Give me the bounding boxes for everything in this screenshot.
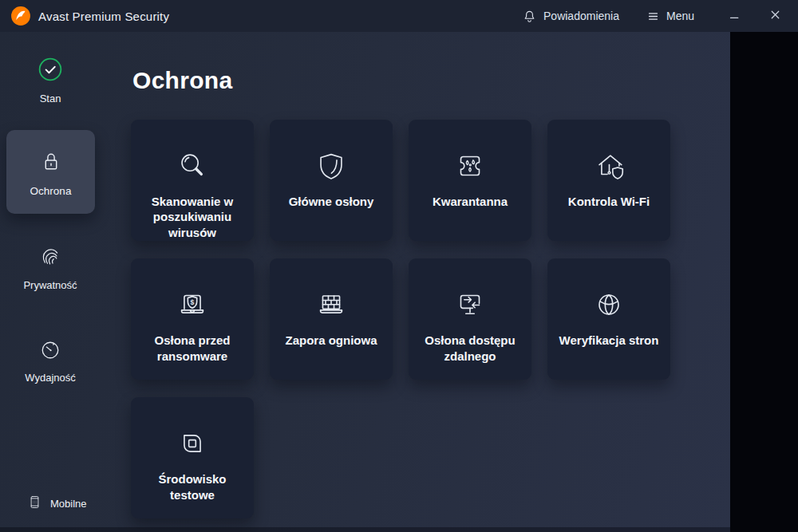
lock-icon (36, 147, 66, 180)
sidebar-item-mobilne[interactable]: Mobilne (26, 494, 87, 514)
titlebar-right: Powiadomienia Menu (520, 5, 798, 27)
quarantine-icon (452, 147, 488, 185)
notifications-button[interactable]: Powiadomienia (520, 6, 621, 27)
feature-card-label: Zapora ogniowa (275, 333, 386, 349)
shield-icon (313, 147, 350, 185)
firewall-icon (313, 286, 350, 324)
feature-card[interactable]: Weryfikacja stron (547, 258, 670, 380)
menu-button[interactable]: Menu (645, 6, 696, 26)
feature-card[interactable]: Zapora ogniowa (270, 258, 393, 380)
sandbox-icon (174, 424, 211, 463)
feature-card-label: Kontrola Wi-Fi (559, 194, 659, 210)
feature-card-label: Środowisko testowe (131, 471, 254, 503)
minimize-icon (728, 8, 741, 24)
close-button[interactable] (765, 5, 785, 27)
sidebar-item-prywatnosc[interactable]: Prywatność (0, 242, 101, 291)
status-check-icon (34, 53, 66, 89)
feature-card[interactable]: Osłona dostępu zdalnego (409, 258, 531, 380)
feature-card[interactable]: Skanowanie w poszukiwaniu wirusów (131, 120, 254, 241)
page-title: Ochrona (132, 67, 232, 94)
titlebar: Avast Premium Security Powiadomienia (0, 0, 798, 32)
search-icon (174, 147, 211, 185)
hamburger-icon (646, 10, 660, 23)
app-window: Avast Premium Security Powiadomienia (0, 0, 798, 532)
feature-card-label: Osłona przed ransomware (131, 333, 254, 365)
feature-card[interactable]: Kontrola Wi-Fi (547, 120, 670, 241)
sidebar-item-label: Mobilne (50, 498, 87, 510)
sidebar-item-label: Wydajność (25, 372, 75, 384)
bell-icon (522, 9, 537, 24)
minimize-button[interactable] (725, 5, 745, 27)
feature-card-label: Główne osłony (279, 194, 384, 210)
wifi-home-icon (591, 147, 627, 185)
sidebar-item-label: Ochrona (30, 185, 72, 197)
menu-label: Menu (666, 10, 694, 22)
fingerprint-icon (35, 242, 65, 275)
globe-icon (591, 286, 627, 324)
ransomware-shield-icon: $ (174, 286, 211, 324)
feature-card-label: Kwarantanna (423, 194, 517, 210)
svg-text:$: $ (191, 298, 195, 306)
window-bottom-edge (0, 527, 730, 532)
feature-card[interactable]: Kwarantanna (409, 120, 531, 241)
feature-grid: Skanowanie w poszukiwaniu wirusów Główne… (131, 120, 670, 518)
feature-card-label: Osłona dostępu zdalnego (409, 333, 531, 365)
sidebar-item-ochrona[interactable]: Ochrona (6, 130, 95, 214)
sidebar-item-stan[interactable]: Stan (0, 53, 101, 104)
feature-card-label: Skanowanie w poszukiwaniu wirusów (131, 194, 254, 241)
feature-card[interactable]: $ Osłona przed ransomware (131, 258, 254, 380)
gauge-icon (36, 336, 65, 368)
close-icon (768, 8, 782, 24)
feature-card[interactable]: Główne osłony (270, 120, 393, 241)
feature-card[interactable]: Środowisko testowe (131, 397, 254, 518)
app-title: Avast Premium Security (38, 10, 169, 23)
app-body: Stan Ochrona (0, 32, 730, 532)
titlebar-left: Avast Premium Security (0, 6, 169, 26)
phone-icon (26, 494, 43, 514)
sidebar-item-label: Stan (40, 93, 61, 104)
avast-logo-icon (10, 6, 31, 26)
sidebar-item-wydajnosc[interactable]: Wydajność (0, 336, 101, 384)
desktop-background (730, 32, 798, 532)
feature-card-label: Weryfikacja stron (550, 333, 669, 349)
notifications-label: Powiadomienia (543, 10, 619, 22)
remote-access-icon (452, 286, 488, 324)
sidebar-item-label: Prywatność (23, 279, 77, 291)
